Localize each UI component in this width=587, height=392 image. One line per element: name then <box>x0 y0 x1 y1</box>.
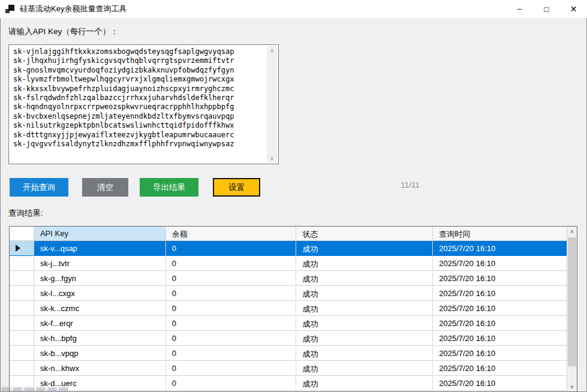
api-key-input[interactable]: sk-vjnlajggihftkxkxzomsxbogwqdsteysqgfsa… <box>9 45 278 164</box>
cell-balance[interactable]: 0 <box>166 286 297 301</box>
table-row[interactable]: sk-n...khwx 0 成功 2025/7/20 16:10 <box>10 361 567 376</box>
cell-time[interactable]: 2025/7/20 16:10 <box>433 346 567 361</box>
close-icon: ✕ <box>570 4 577 14</box>
export-results-button[interactable]: 导出结果 <box>140 178 198 197</box>
table-row[interactable]: sk-v...qsap 0 成功 2025/7/20 16:10 <box>10 241 567 256</box>
window-title: 硅基流动Key余额批量查询工具 <box>20 4 127 14</box>
scroll-up-icon[interactable]: ∧ <box>567 228 577 234</box>
scroll-up-icon[interactable]: ∧ <box>270 46 274 55</box>
row-selector-cell[interactable] <box>10 346 34 361</box>
cell-balance[interactable]: 0 <box>166 346 297 361</box>
scroll-down-icon[interactable]: ∨ <box>567 384 577 390</box>
table-header-row: API Key 余额 状态 查询时间 <box>10 227 567 241</box>
cell-status[interactable]: 成功 <box>296 331 433 346</box>
column-header-api-key[interactable]: API Key <box>34 227 166 241</box>
cell-api-key[interactable]: sk-k...czmc <box>34 301 166 316</box>
cell-api-key[interactable]: sk-b...vpqp <box>34 346 166 361</box>
column-header-balance[interactable]: 余额 <box>166 227 297 241</box>
cell-time[interactable]: 2025/7/20 16:10 <box>433 331 567 346</box>
cell-status[interactable]: 成功 <box>296 346 433 361</box>
cell-balance[interactable]: 0 <box>166 376 297 391</box>
cell-balance[interactable]: 0 <box>166 331 297 346</box>
results-table: API Key 余额 状态 查询时间 sk-v...qsap 0 成功 2025… <box>9 226 577 392</box>
table-row[interactable]: sk-k...czmc 0 成功 2025/7/20 16:10 <box>10 301 567 316</box>
cell-api-key[interactable]: sk-h...bpfg <box>34 331 166 346</box>
cell-time[interactable]: 2025/7/20 16:10 <box>433 241 567 256</box>
title-bar: 硅基流动Key余额批量查询工具 − □ ✕ <box>0 0 587 18</box>
cell-status[interactable]: 成功 <box>296 316 433 331</box>
window-controls: − □ ✕ <box>506 0 587 18</box>
start-query-button[interactable]: 开始查询 <box>10 178 68 197</box>
cell-api-key[interactable]: sk-f...erqr <box>34 316 166 331</box>
api-key-input-label: 请输入API Key（每行一个）： <box>8 26 119 37</box>
cell-api-key[interactable]: sk-g...fgyn <box>34 271 166 286</box>
cell-balance[interactable]: 0 <box>166 271 297 286</box>
cell-time[interactable]: 2025/7/20 16:10 <box>433 376 567 391</box>
table-scrollbar[interactable]: ∧ ∨ <box>567 227 577 391</box>
progress-counter: 11/11 <box>401 180 420 189</box>
table-row[interactable]: sk-l...cxgx 0 成功 2025/7/20 16:10 <box>10 286 567 301</box>
cell-status[interactable]: 成功 <box>296 376 433 391</box>
settings-button[interactable]: 设置 <box>213 178 260 197</box>
cell-api-key[interactable]: sk-l...cxgx <box>34 286 166 301</box>
cell-balance[interactable]: 0 <box>166 361 297 376</box>
cell-time[interactable]: 2025/7/20 16:10 <box>433 271 567 286</box>
cell-time[interactable]: 2025/7/20 16:10 <box>433 286 567 301</box>
cell-balance[interactable]: 0 <box>166 316 297 331</box>
app-icon <box>5 4 15 14</box>
minimize-button[interactable]: − <box>506 0 533 18</box>
app-window: { "window": { "title": "硅基流动Key余额批量查询工具"… <box>0 0 587 392</box>
minimize-icon: − <box>517 5 522 14</box>
cell-api-key[interactable]: sk-n...khwx <box>34 361 166 376</box>
close-button[interactable]: ✕ <box>560 0 587 18</box>
row-selector-cell[interactable] <box>10 331 34 346</box>
results-table-body: sk-v...qsap 0 成功 2025/7/20 16:10 sk-j...… <box>10 241 567 391</box>
scrollbar-thumb[interactable] <box>568 237 576 366</box>
maximize-button[interactable]: □ <box>533 0 560 18</box>
textarea-scrollbar[interactable]: ∧ ∨ <box>267 46 277 162</box>
current-row-indicator-icon <box>16 245 20 252</box>
row-selector-cell[interactable] <box>10 286 34 301</box>
table-row[interactable]: sk-d...uerc 0 成功 2025/7/20 16:10 <box>10 376 567 391</box>
cell-api-key[interactable]: sk-j...tvtr <box>34 256 166 271</box>
cell-status[interactable]: 成功 <box>296 256 433 271</box>
row-selector-cell[interactable] <box>10 316 34 331</box>
clear-button[interactable]: 清空 <box>82 178 128 197</box>
cell-status[interactable]: 成功 <box>296 286 433 301</box>
cell-balance[interactable]: 0 <box>166 301 297 316</box>
scroll-down-icon[interactable]: ∨ <box>270 154 274 162</box>
row-selector-header[interactable] <box>10 227 34 241</box>
cell-status[interactable]: 成功 <box>296 271 433 286</box>
cell-time[interactable]: 2025/7/20 16:10 <box>433 256 567 271</box>
cell-status[interactable]: 成功 <box>296 301 433 316</box>
row-selector-cell[interactable] <box>10 241 34 256</box>
table-row[interactable]: sk-f...erqr 0 成功 2025/7/20 16:10 <box>10 316 567 331</box>
cell-time[interactable]: 2025/7/20 16:10 <box>433 316 567 331</box>
row-selector-cell[interactable] <box>10 271 34 286</box>
cell-balance[interactable]: 0 <box>166 241 297 256</box>
api-key-input-wrap: sk-vjnlajggihftkxkxzomsxbogwqdsteysqgfsa… <box>8 44 279 164</box>
table-row[interactable]: sk-b...vpqp 0 成功 2025/7/20 16:10 <box>10 346 567 361</box>
column-header-status[interactable]: 状态 <box>296 227 433 241</box>
cell-time[interactable]: 2025/7/20 16:10 <box>433 301 567 316</box>
cell-balance[interactable]: 0 <box>166 256 297 271</box>
table-row[interactable]: sk-h...bpfg 0 成功 2025/7/20 16:10 <box>10 331 567 346</box>
maximize-icon: □ <box>544 5 549 14</box>
row-selector-cell[interactable] <box>10 256 34 271</box>
table-row[interactable]: sk-j...tvtr 0 成功 2025/7/20 16:10 <box>10 256 567 271</box>
cell-status[interactable]: 成功 <box>296 361 433 376</box>
cell-status[interactable]: 成功 <box>296 241 433 256</box>
row-selector-cell[interactable] <box>10 301 34 316</box>
table-row[interactable]: sk-g...fgyn 0 成功 2025/7/20 16:10 <box>10 271 567 286</box>
watermark <box>1 387 68 392</box>
cell-api-key[interactable]: sk-v...qsap <box>34 241 166 256</box>
cell-time[interactable]: 2025/7/20 16:10 <box>433 361 567 376</box>
column-header-time[interactable]: 查询时间 <box>433 227 567 241</box>
results-label: 查询结果: <box>8 208 43 219</box>
row-selector-cell[interactable] <box>10 361 34 376</box>
